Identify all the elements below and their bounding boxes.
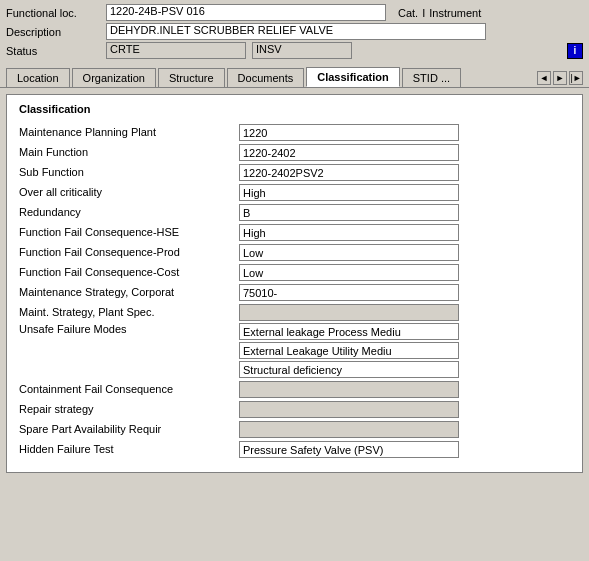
label-ffc-prod: Function Fail Consequence-Prod <box>19 246 239 258</box>
field-row-spare: Spare Part Availability Requir <box>19 420 570 438</box>
info-icon[interactable]: i <box>567 43 583 59</box>
field-row-mpp: Maintenance Planning Plant 1220 <box>19 123 570 141</box>
field-row-repair: Repair strategy <box>19 400 570 418</box>
description-value: DEHYDR.INLET SCRUBBER RELIEF VALVE <box>106 23 486 40</box>
status-value1: CRTE <box>106 42 246 59</box>
label-sub-function: Sub Function <box>19 166 239 178</box>
cat-type: Instrument <box>429 7 481 19</box>
cat-label: Cat. <box>398 7 418 19</box>
tab-nav-last[interactable]: |► <box>569 71 583 85</box>
field-row-ms-plant: Maint. Strategy, Plant Spec. <box>19 303 570 321</box>
value-ffc-cost: Low <box>239 264 459 281</box>
value-cfc <box>239 381 459 398</box>
field-row-criticality: Over all criticality High <box>19 183 570 201</box>
tab-classification[interactable]: Classification <box>306 67 400 87</box>
description-label: Description <box>6 26 106 38</box>
label-ffc-hse: Function Fail Consequence-HSE <box>19 226 239 238</box>
status-label: Status <box>6 45 106 57</box>
tab-structure[interactable]: Structure <box>158 68 225 87</box>
value-spare <box>239 421 459 438</box>
label-redundancy: Redundancy <box>19 206 239 218</box>
tab-nav: ◄ ► |► <box>537 71 583 85</box>
label-criticality: Over all criticality <box>19 186 239 198</box>
value-ms-corp: 75010- <box>239 284 459 301</box>
value-ufm-2: External Leakage Utility Mediu <box>239 342 459 359</box>
tab-stid[interactable]: STID ... <box>402 68 461 87</box>
field-row-ufm: Unsafe Failure Modes External leakage Pr… <box>19 323 570 378</box>
tab-nav-next[interactable]: ► <box>553 71 567 85</box>
value-ffc-hse: High <box>239 224 459 241</box>
tab-documents[interactable]: Documents <box>227 68 305 87</box>
section-title: Classification <box>19 103 570 115</box>
value-ufm: External leakage Process Mediu External … <box>239 323 459 378</box>
tab-organization[interactable]: Organization <box>72 68 156 87</box>
value-hft: Pressure Safety Valve (PSV) <box>239 441 459 458</box>
label-ffc-cost: Function Fail Consequence-Cost <box>19 266 239 278</box>
functional-loc-label: Functional loc. <box>6 7 106 19</box>
functional-loc-row: Functional loc. 1220-24B-PSV 016 Cat. I … <box>6 4 583 21</box>
label-main-function: Main Function <box>19 146 239 158</box>
value-sub-function: 1220-2402PSV2 <box>239 164 459 181</box>
value-mpp: 1220 <box>239 124 459 141</box>
top-bar: Functional loc. 1220-24B-PSV 016 Cat. I … <box>0 0 589 63</box>
label-ms-plant: Maint. Strategy, Plant Spec. <box>19 306 239 318</box>
status-value2: INSV <box>252 42 352 59</box>
label-cfc: Containment Fail Consequence <box>19 383 239 395</box>
functional-loc-value: 1220-24B-PSV 016 <box>106 4 386 21</box>
label-hft: Hidden Failure Test <box>19 443 239 455</box>
field-row-ffc-prod: Function Fail Consequence-Prod Low <box>19 243 570 261</box>
value-ufm-3: Structural deficiency <box>239 361 459 378</box>
tab-nav-prev[interactable]: ◄ <box>537 71 551 85</box>
value-ufm-1: External leakage Process Mediu <box>239 323 459 340</box>
field-row-redundancy: Redundancy B <box>19 203 570 221</box>
label-spare: Spare Part Availability Requir <box>19 423 239 435</box>
description-row: Description DEHYDR.INLET SCRUBBER RELIEF… <box>6 23 583 40</box>
value-redundancy: B <box>239 204 459 221</box>
cat-value: I <box>422 7 425 19</box>
classification-box: Classification Maintenance Planning Plan… <box>6 94 583 473</box>
field-row-sub-function: Sub Function 1220-2402PSV2 <box>19 163 570 181</box>
label-ufm: Unsafe Failure Modes <box>19 323 239 335</box>
tab-bar: Location Organization Structure Document… <box>0 63 589 88</box>
field-row-ffc-cost: Function Fail Consequence-Cost Low <box>19 263 570 281</box>
value-ffc-prod: Low <box>239 244 459 261</box>
field-row-ffc-hse: Function Fail Consequence-HSE High <box>19 223 570 241</box>
status-row: Status CRTE INSV i <box>6 42 583 59</box>
main-content: Classification Maintenance Planning Plan… <box>0 88 589 479</box>
value-main-function: 1220-2402 <box>239 144 459 161</box>
field-row-hft: Hidden Failure Test Pressure Safety Valv… <box>19 440 570 458</box>
label-repair: Repair strategy <box>19 403 239 415</box>
field-row-ms-corp: Maintenance Strategy, Corporat 75010- <box>19 283 570 301</box>
label-mpp: Maintenance Planning Plant <box>19 126 239 138</box>
field-row-cfc: Containment Fail Consequence <box>19 380 570 398</box>
value-repair <box>239 401 459 418</box>
value-ms-plant <box>239 304 459 321</box>
field-row-main-function: Main Function 1220-2402 <box>19 143 570 161</box>
label-ms-corp: Maintenance Strategy, Corporat <box>19 286 239 298</box>
tab-location[interactable]: Location <box>6 68 70 87</box>
value-criticality: High <box>239 184 459 201</box>
